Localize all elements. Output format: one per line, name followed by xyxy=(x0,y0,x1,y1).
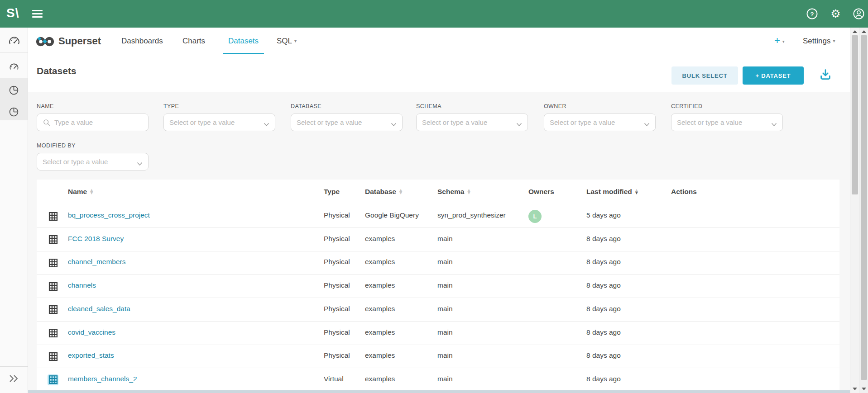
filter-database: DATABASE Select or type a value xyxy=(291,103,403,131)
dashboard-gauge-icon[interactable] xyxy=(8,34,21,49)
dataset-name-link[interactable]: channel_members xyxy=(68,258,126,266)
dataset-type-icon xyxy=(48,281,58,292)
nav-tab-sql[interactable]: SQL▾ xyxy=(277,37,297,46)
dataset-type: Physical xyxy=(324,351,350,360)
chevron-down-icon xyxy=(264,120,269,128)
inner-vertical-scrollbar[interactable] xyxy=(850,28,859,393)
nav-tab-charts[interactable]: Charts xyxy=(182,37,205,46)
owner-avatar[interactable]: L xyxy=(528,210,542,223)
pie-chart-icon[interactable] xyxy=(8,85,19,98)
column-header-database[interactable]: Database▲▼ xyxy=(365,188,402,196)
dataset-type: Physical xyxy=(324,258,350,266)
dataset-database: examples xyxy=(365,281,395,289)
page-title: Datasets xyxy=(37,66,77,76)
dataset-name-link[interactable]: exported_stats xyxy=(68,351,114,360)
dataset-type: Physical xyxy=(324,305,350,313)
filter-placeholder: Select or type a value xyxy=(297,118,397,126)
sort-icon: ▲▼ xyxy=(399,189,402,194)
inner-scrollbar-thumb[interactable] xyxy=(852,35,858,194)
dataset-database: examples xyxy=(365,328,395,336)
application-window: S\ ? ⚙ Superset xyxy=(0,0,868,393)
help-icon[interactable]: ? xyxy=(806,8,818,20)
scroll-down-arrow[interactable] xyxy=(862,388,866,390)
gear-icon[interactable]: ⚙ xyxy=(830,8,842,20)
dataset-type-icon xyxy=(48,304,58,315)
filter-certified: CERTIFIED Select or type a value xyxy=(671,103,783,131)
dataset-type-icon xyxy=(48,351,58,362)
page-header: Datasets BULK SELECT + DATASET xyxy=(28,55,850,92)
filter-modified-by: MODIFIED BY Select or type a value xyxy=(37,142,149,170)
sort-icon: ▲▼ xyxy=(635,189,638,194)
chevron-down-icon xyxy=(771,120,777,128)
hamburger-menu-icon[interactable] xyxy=(32,10,43,18)
search-icon xyxy=(43,118,51,127)
column-header-name[interactable]: Name▲▼ xyxy=(68,188,93,196)
nav-tab-datasets[interactable]: Datasets xyxy=(228,37,259,46)
filter-placeholder: Select or type a value xyxy=(43,158,143,166)
horizontal-scrollbar[interactable] xyxy=(28,390,850,393)
expand-sidebar-icon[interactable] xyxy=(8,374,19,385)
app-logo[interactable]: S\ xyxy=(6,6,19,20)
dashboard-gauge-small-icon[interactable] xyxy=(9,62,19,74)
table-row: bq_process_cross_project Physical Google… xyxy=(37,204,839,228)
table-row: members_channels_2 Virtual examples main… xyxy=(37,368,839,392)
sidebar-divider xyxy=(0,52,28,52)
new-plus-menu[interactable]: +▾ xyxy=(774,35,785,47)
dataset-type-icon xyxy=(48,328,58,339)
filter-label: DATABASE xyxy=(291,103,403,109)
scroll-up-arrow[interactable] xyxy=(853,30,857,33)
sort-icon: ▲▼ xyxy=(90,189,93,194)
column-header-type[interactable]: Type▲▼ xyxy=(324,188,340,196)
pie-chart-icon[interactable] xyxy=(8,106,19,119)
last-modified: 8 days ago xyxy=(586,375,621,383)
svg-text:?: ? xyxy=(810,11,814,18)
filter-control[interactable]: Select or type a value xyxy=(544,114,656,131)
dataset-schema: main xyxy=(437,328,453,336)
superset-brand-text[interactable]: Superset xyxy=(58,35,101,47)
outer-scrollbar-thumb[interactable] xyxy=(861,35,867,380)
dataset-name-link[interactable]: bq_process_cross_project xyxy=(68,211,150,219)
column-header-owners[interactable]: Owners▲▼ xyxy=(528,188,554,196)
filter-control[interactable]: Type a value xyxy=(37,114,149,131)
sidebar-divider xyxy=(0,366,28,367)
dataset-schema: main xyxy=(437,305,453,313)
filter-control[interactable]: Select or type a value xyxy=(416,114,528,131)
filter-type: TYPE Select or type a value xyxy=(163,103,275,131)
dataset-name-link[interactable]: channels xyxy=(68,281,96,289)
superset-navbar: Superset DashboardsChartsDatasetsSQL▾ +▾… xyxy=(28,28,850,55)
dataset-name-link[interactable]: FCC 2018 Survey xyxy=(68,235,124,243)
nav-tab-dashboards[interactable]: Dashboards xyxy=(121,37,163,46)
dataset-type: Physical xyxy=(324,281,350,289)
dataset-name-link[interactable]: members_channels_2 xyxy=(68,375,137,383)
chevron-down-icon xyxy=(391,120,397,128)
app-top-bar: S\ ? ⚙ xyxy=(0,0,868,28)
dataset-database: examples xyxy=(365,305,395,313)
filter-label: CERTIFIED xyxy=(671,103,783,109)
filter-placeholder: Select or type a value xyxy=(422,118,522,126)
chevron-down-icon xyxy=(137,160,143,168)
settings-menu[interactable]: Settings▾ xyxy=(803,37,835,46)
add-dataset-button[interactable]: + DATASET xyxy=(743,66,804,85)
superset-logo-icon[interactable] xyxy=(35,35,56,50)
chevron-down-icon xyxy=(516,120,522,128)
column-header-schema[interactable]: Schema▲▼ xyxy=(437,188,470,196)
user-account-icon[interactable] xyxy=(853,8,865,20)
column-header-actions[interactable]: Actions▲▼ xyxy=(671,188,697,196)
scroll-up-arrow[interactable] xyxy=(862,30,866,33)
dataset-name-link[interactable]: cleaned_sales_data xyxy=(68,305,130,313)
dataset-database: examples xyxy=(365,235,395,243)
dataset-type: Virtual xyxy=(324,375,344,383)
table-header-row: Name▲▼Type▲▼Database▲▼Schema▲▼Owners▲▼La… xyxy=(37,180,839,204)
filter-control[interactable]: Select or type a value xyxy=(37,153,149,170)
outer-vertical-scrollbar[interactable] xyxy=(859,28,868,393)
filter-control[interactable]: Select or type a value xyxy=(291,114,403,131)
dataset-name-link[interactable]: covid_vaccines xyxy=(68,328,115,336)
table-row: channel_members Physical examples main 8… xyxy=(37,251,839,275)
scroll-down-arrow[interactable] xyxy=(853,388,857,390)
filter-control[interactable]: Select or type a value xyxy=(163,114,275,131)
bulk-select-button[interactable]: BULK SELECT xyxy=(671,66,738,85)
column-header-modified[interactable]: Last modified▲▼ xyxy=(586,188,638,196)
export-datasets-icon[interactable] xyxy=(819,68,832,83)
filter-control[interactable]: Select or type a value xyxy=(671,114,783,131)
filter-placeholder: Select or type a value xyxy=(677,118,777,126)
